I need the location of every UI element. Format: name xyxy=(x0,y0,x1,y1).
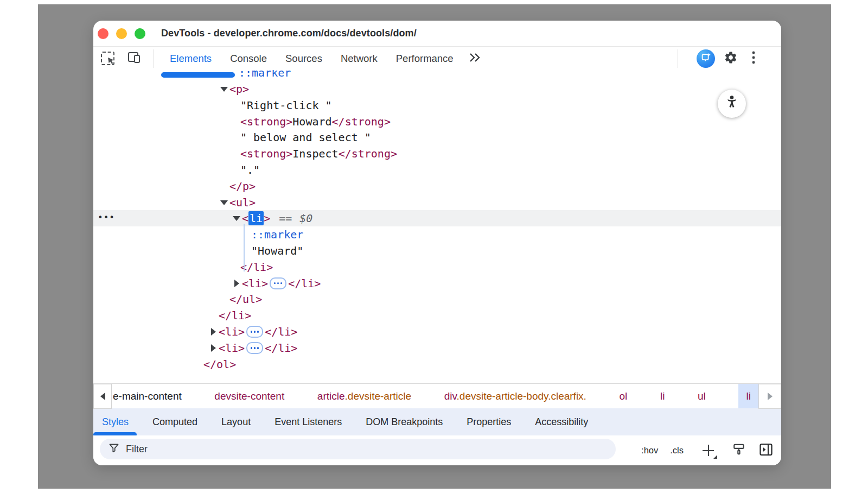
tab-dom-breakpoints[interactable]: DOM Breakpoints xyxy=(366,416,443,428)
dom-node-ul-close[interactable]: </ul> xyxy=(93,291,781,307)
tab-event-listeners[interactable]: Event Listeners xyxy=(275,416,342,428)
tab-sources[interactable]: Sources xyxy=(285,53,322,65)
window-titlebar: DevTools - developer.chrome.com/docs/dev… xyxy=(93,21,781,47)
gear-icon xyxy=(724,50,738,67)
collapse-arrow-icon[interactable] xyxy=(232,214,242,222)
accessibility-person-icon xyxy=(724,94,740,113)
dom-node-ul-open[interactable]: <ul> xyxy=(93,194,781,211)
dom-node-p-open[interactable]: <p> xyxy=(93,81,781,97)
toggle-sidebar-button[interactable] xyxy=(758,443,774,459)
triangle-left-icon xyxy=(100,393,105,400)
dom-node-p-close[interactable]: </p> xyxy=(93,178,781,194)
styles-filter-field[interactable] xyxy=(100,439,616,459)
breadcrumb-item[interactable]: e-main-content xyxy=(113,390,182,402)
toolbar-divider xyxy=(678,49,678,68)
desktop-background: DevTools - developer.chrome.com/docs/dev… xyxy=(38,4,831,489)
tab-computed[interactable]: Computed xyxy=(152,416,197,428)
dom-node-ol-close[interactable]: </ol> xyxy=(93,356,781,372)
devtools-window: DevTools - developer.chrome.com/docs/dev… xyxy=(93,21,781,465)
traffic-lights xyxy=(98,28,145,39)
breadcrumb-item[interactable]: ol xyxy=(620,390,628,402)
dom-text-node[interactable]: "." xyxy=(93,162,781,178)
rendering-emulation-button[interactable] xyxy=(732,443,746,459)
breadcrumb-item[interactable]: li xyxy=(660,390,665,402)
dom-node-li-collapsed[interactable]: <li></li> xyxy=(93,324,781,340)
breadcrumb-scroll-right-button[interactable] xyxy=(758,384,781,409)
toolbar-divider xyxy=(154,49,154,68)
funnel-icon xyxy=(108,443,119,456)
toolbar-right-controls xyxy=(678,49,781,68)
minimize-window-button[interactable] xyxy=(116,28,127,39)
new-style-rule-button[interactable] xyxy=(702,444,715,457)
breadcrumb-item[interactable]: ul xyxy=(698,390,706,402)
expand-arrow-icon[interactable] xyxy=(232,280,242,287)
class-toggle[interactable]: .cls xyxy=(670,445,684,456)
selected-tab-indicator xyxy=(161,72,235,78)
ai-assistance-button[interactable] xyxy=(697,49,715,68)
styles-filter-bar: :hov .cls xyxy=(93,435,781,465)
tab-elements[interactable]: Elements xyxy=(170,53,212,65)
styles-toolbar-controls: :hov .cls xyxy=(641,435,774,465)
tab-console[interactable]: Console xyxy=(230,53,267,65)
speech-bubble-sparkle-icon xyxy=(700,52,712,66)
tab-layout[interactable]: Layout xyxy=(221,416,251,428)
selected-node-name: li xyxy=(248,211,264,225)
close-window-button[interactable] xyxy=(98,28,108,39)
tab-accessibility[interactable]: Accessibility xyxy=(535,416,588,428)
triangle-right-icon xyxy=(768,393,773,400)
breadcrumb-item[interactable]: article.devsite-article xyxy=(317,390,411,402)
breadcrumb-item[interactable]: div.devsite-article-body.clearfix. xyxy=(444,390,586,402)
zoom-window-button[interactable] xyxy=(135,28,145,39)
breadcrumb-item-selected[interactable]: li xyxy=(738,384,758,409)
collapse-arrow-icon[interactable] xyxy=(220,85,229,93)
breadcrumb-bar: e-main-content devsite-content article.d… xyxy=(93,383,781,409)
expand-arrow-icon[interactable] xyxy=(209,328,219,336)
dom-text-node[interactable]: "Right-click " xyxy=(93,97,781,113)
breadcrumb-item[interactable]: devsite-content xyxy=(214,390,284,402)
elements-dom-tree: ::marker <p> "Right-click " <strong>Howa… xyxy=(93,70,781,383)
dom-text-node[interactable]: " below and select " xyxy=(93,130,781,146)
dropdown-corner-icon xyxy=(713,455,717,459)
more-tabs-button[interactable] xyxy=(468,52,482,66)
double-chevron-right-icon xyxy=(468,52,482,65)
sidebar-pane-tabs: Styles Computed Layout Event Listeners D… xyxy=(93,408,781,435)
dom-node-li-collapsed[interactable]: <li></li> xyxy=(93,275,781,292)
tab-network[interactable]: Network xyxy=(341,53,378,65)
collapsed-content-icon[interactable] xyxy=(246,342,263,354)
devtools-main-toolbar: Elements Console Sources Network Perform… xyxy=(93,47,781,71)
page-accessibility-overlay-button[interactable] xyxy=(718,90,746,118)
breadcrumb-scroll-left-button[interactable] xyxy=(93,384,112,409)
collapsed-content-icon[interactable] xyxy=(270,277,286,289)
expand-arrow-icon[interactable] xyxy=(209,344,219,352)
settings-button[interactable] xyxy=(724,52,738,66)
equals-hint: == xyxy=(279,212,292,225)
device-toolbar-button[interactable] xyxy=(127,52,142,66)
dom-node-li-marker[interactable]: ::marker xyxy=(93,226,781,243)
kebab-vertical-icon xyxy=(751,50,756,67)
collapse-arrow-icon[interactable] xyxy=(220,199,229,206)
dom-node-li-close-outer[interactable]: </li> xyxy=(93,307,781,324)
tab-performance[interactable]: Performance xyxy=(396,53,454,65)
dom-node-li-close[interactable]: </li> xyxy=(93,259,781,275)
dom-node-strong-howard[interactable]: <strong>Howard</strong> xyxy=(93,113,781,130)
indent-guide-line xyxy=(244,224,245,271)
dom-node-li-selected[interactable]: ••• <li> == $0 xyxy=(93,210,781,226)
dom-text-node-howard[interactable]: "Howard" xyxy=(93,243,781,259)
inspect-element-button[interactable] xyxy=(101,52,114,65)
more-actions-icon[interactable]: ••• xyxy=(98,212,115,223)
panel-tabs: Elements Console Sources Network Perform… xyxy=(170,53,454,65)
paint-roller-icon xyxy=(732,449,746,458)
pseudo-state-toggle[interactable]: :hov xyxy=(641,445,658,456)
panel-left-collapse-icon xyxy=(758,449,774,458)
dom-node-li-collapsed[interactable]: <li></li> xyxy=(93,340,781,356)
window-title: DevTools - developer.chrome.com/docs/dev… xyxy=(161,28,417,39)
tab-properties[interactable]: Properties xyxy=(467,416,511,428)
breadcrumb: e-main-content devsite-content article.d… xyxy=(112,384,758,409)
styles-filter-input[interactable] xyxy=(125,443,561,456)
device-frames-icon xyxy=(127,51,142,66)
dom-node-strong-inspect[interactable]: <strong>Inspect</strong> xyxy=(93,146,781,162)
console-variable-hint: $0 xyxy=(299,212,312,225)
tab-styles[interactable]: Styles xyxy=(102,416,129,428)
main-menu-button[interactable] xyxy=(746,52,761,66)
collapsed-content-icon[interactable] xyxy=(246,326,263,338)
